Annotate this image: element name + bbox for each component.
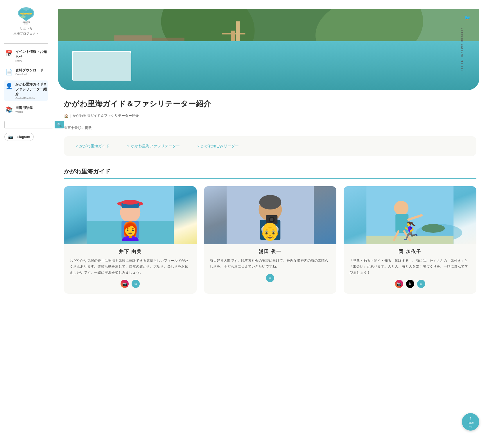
guide-card-2: 浦田 俊一 海大好き人間です。脱炭素社会の実現に向けて、身近な瀬戸内の海の素晴ら… (204, 186, 337, 294)
guide-2-desc: 海大好き人間です。脱炭素社会の実現に向けて、身近な瀬戸内の海の素晴らしさを、子ど… (204, 258, 337, 270)
site-logo: satoumi project (15, 6, 38, 25)
logo-text: せとうち 里海プロジェクト (4, 26, 48, 36)
section-title: かがわ里海ガイド (64, 168, 476, 179)
sidebar-item-words[interactable]: 📚 里海用語集 Words (4, 104, 48, 115)
guide-card-1-image (64, 186, 197, 244)
svg-point-1 (21, 15, 26, 18)
svg-rect-9 (58, 63, 479, 73)
sidebar-item-download[interactable]: 📄 資料ダウンロード Download (4, 67, 48, 78)
svg-rect-16 (222, 33, 245, 35)
sidebar-item-guide[interactable]: 👤 かがわ里海ガイド＆ファシリテーター紹介 Guide&Facilitator (4, 80, 48, 101)
back-to-top-arrow-icon: ↑ (470, 415, 472, 421)
nav-download-label: 資料ダウンロード (15, 68, 43, 73)
svg-text:project: project (24, 23, 28, 25)
svg-point-37 (394, 201, 409, 215)
breadcrumb-separator: | (70, 114, 71, 118)
person-icon: 👤 (5, 82, 13, 90)
guide-2-email-icon[interactable]: ✉ (266, 274, 274, 282)
nav-download-sub: Download (15, 73, 43, 76)
hero-side-text: Setouchi Satoumi Project (460, 28, 463, 71)
guide-card-1: 井下 由美 おだやかな気候の香川は里海を気軽に体験できる素晴らしいフィールドがた… (64, 186, 197, 294)
svg-rect-18 (58, 66, 222, 69)
svg-rect-15 (231, 31, 235, 57)
instagram-label: Instagram (15, 135, 30, 139)
content-area: かがわ里海ガイド＆ファシリテーター紹介 🏠 | かがわ里海ガイド＆ファシリテータ… (52, 90, 488, 311)
search-input[interactable] (4, 121, 53, 128)
nav-news-label: イベント情報・お知らせ (15, 49, 47, 59)
svg-rect-17 (236, 21, 240, 52)
back-to-top-label: Pagetop (467, 421, 473, 428)
guide-1-name: 井下 由美 (64, 249, 197, 255)
svg-rect-26 (121, 221, 139, 239)
svg-rect-30 (260, 220, 280, 240)
breadcrumb-current: かがわ里海ガイド＆ファシリテーター紹介 (73, 113, 139, 118)
tab-box: かがわ里海ガイド かがわ里海ファシリテーター かがわ海ごみリーダー (64, 136, 476, 156)
book-icon: 📚 (5, 105, 13, 114)
nav-words-sub: Words (15, 110, 33, 113)
svg-rect-12 (152, 38, 184, 68)
logo-area: satoumi project せとうち 里海プロジェクト (4, 6, 48, 36)
guide-3-icons: 📷 𝕏 ✉ (344, 280, 476, 288)
guide-3-desc: 「見る・触る・聞く・知る・体験する」。海には、たくさんの「気付き」と「出会い」が… (344, 258, 476, 275)
svg-point-25 (121, 200, 139, 205)
tab-kagawa-gomi[interactable]: かがわ海ごみリーダー (197, 144, 239, 149)
nav-guide-sub: Guide&Facilitator (15, 97, 47, 100)
guide-1-desc: おだやかな気候の香川は里海を気軽に体験できる素晴らしいフィールドがたくさんありま… (64, 258, 197, 275)
guide-1-email-icon[interactable]: ✉ (132, 280, 140, 288)
hero-image: Setouchi Satoumi Project 🐦 (58, 9, 479, 90)
svg-rect-38 (396, 214, 409, 233)
breadcrumb: 🏠 | かがわ里海ガイド＆ファシリテーター紹介 (64, 113, 476, 118)
guide-card-2-image (204, 186, 337, 244)
guide-card-3-image (344, 186, 476, 244)
guide-2-icons: ✉ (204, 274, 337, 282)
main-content: Setouchi Satoumi Project 🐦 かがわ里海ガイド＆ファシリ… (52, 0, 488, 448)
guide-1-instagram-icon[interactable]: 📷 (121, 280, 129, 288)
svg-rect-14 (217, 49, 273, 76)
svg-rect-11 (114, 35, 152, 68)
bird-icon: 🐦 (464, 15, 471, 21)
svg-rect-19 (339, 67, 479, 70)
breadcrumb-home-icon: 🏠 (64, 114, 69, 118)
page-title: かがわ里海ガイド＆ファシリテーター紹介 (64, 99, 476, 109)
hero-area: Setouchi Satoumi Project 🐦 (58, 9, 479, 90)
guide-cards-grid: 井下 由美 おだやかな気候の香川は里海を気軽に体験できる素晴らしいフィールドがた… (64, 186, 476, 294)
instagram-icon: 📷 (8, 135, 13, 139)
guide-3-x-icon[interactable]: 𝕏 (406, 280, 414, 288)
search-area: 🔍 (4, 121, 48, 128)
svg-point-13 (198, 66, 292, 84)
guide-3-email-icon[interactable]: ✉ (417, 280, 425, 288)
document-icon: 📄 (5, 68, 13, 76)
calendar-icon: 📅 (5, 49, 13, 58)
sidebar-item-news[interactable]: 📅 イベント情報・お知らせ News (4, 48, 48, 64)
tab-kagawa-guide[interactable]: かがわ里海ガイド (76, 144, 110, 149)
svg-rect-36 (367, 236, 454, 244)
svg-rect-8 (58, 63, 479, 90)
nav-news-sub: News (15, 59, 47, 62)
nav-words-label: 里海用語集 (15, 105, 33, 110)
notice-text: ※五十音順に掲載 (64, 126, 476, 130)
svg-point-29 (259, 195, 281, 209)
sidebar-divider (4, 43, 48, 44)
svg-text:satoumi: satoumi (22, 21, 30, 23)
guide-1-icons: 📷 ✉ (64, 280, 197, 288)
svg-rect-10 (82, 40, 110, 68)
guide-2-name: 浦田 俊一 (204, 249, 337, 255)
nav-guide-label: かがわ里海ガイド＆ファシリテーター紹介 (15, 82, 47, 97)
guide-3-instagram-icon[interactable]: 📷 (395, 280, 403, 288)
svg-point-33 (270, 218, 273, 221)
back-to-top-button[interactable]: ↑ Pagetop (462, 413, 479, 431)
svg-point-42 (422, 224, 445, 233)
instagram-button[interactable]: 📷 Instagram (4, 133, 34, 141)
sidebar: satoumi project せとうち 里海プロジェクト 📅 イベント情報・お… (0, 0, 52, 448)
svg-rect-21 (87, 221, 174, 244)
svg-point-7 (315, 9, 479, 82)
guide-3-name: 岡 加依子 (344, 249, 476, 255)
tab-kagawa-facilitator[interactable]: かがわ里海ファシリテーター (127, 144, 180, 149)
guide-card-3: 岡 加依子 「見る・触る・聞く・知る・体験する」。海には、たくさんの「気付き」と… (344, 186, 476, 294)
svg-line-41 (404, 231, 410, 240)
